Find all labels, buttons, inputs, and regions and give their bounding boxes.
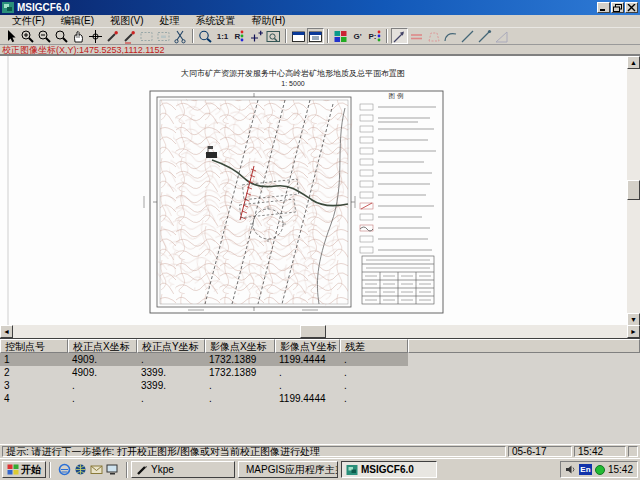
segment-correction-button-1[interactable] [459, 28, 476, 44]
cell-image-y: 1199.4444 [275, 392, 340, 405]
marquee-button-2[interactable] [155, 28, 172, 44]
table-row[interactable]: 1 4909. . 1732.1389 1199.4444 . [0, 353, 408, 366]
header-residual[interactable]: 残差 [340, 339, 408, 353]
marquee-icon [139, 29, 154, 44]
edit-point-button-1[interactable] [104, 28, 121, 44]
select-tool-button[interactable] [2, 28, 19, 44]
pan-tool-button[interactable] [70, 28, 87, 44]
image-mode-button[interactable] [332, 28, 349, 44]
menu-system-settings[interactable]: 系统设置 [187, 14, 243, 28]
scroll-left-icon[interactable]: ◄ [0, 325, 13, 338]
one-to-one-button[interactable]: 1:1 [214, 28, 231, 44]
edit-point-button-2[interactable] [121, 28, 138, 44]
table-row[interactable]: 2 4909. 3399. 1732.1389 . . [0, 366, 408, 379]
close-icon [627, 4, 636, 12]
speaker-icon[interactable] [565, 464, 576, 475]
tray-clock[interactable]: 15:42 [608, 464, 633, 475]
menu-file[interactable]: 文件(F) [4, 14, 53, 28]
show-desktop-icon[interactable] [106, 463, 119, 476]
vertical-scroll-thumb[interactable] [627, 180, 640, 200]
line-correction-button[interactable] [391, 28, 408, 44]
line-arrow-icon [392, 29, 407, 44]
status-bar: 提示: 请进行下一步操作: 打开校正图形/图像或对当前校正图像进行处理 05-6… [0, 444, 640, 458]
minimize-button[interactable] [597, 2, 610, 13]
palette-mode-button[interactable]: P: [366, 28, 383, 44]
header-image-x[interactable]: 影像点X坐标 [205, 339, 275, 353]
cell-point-number: 1 [0, 353, 68, 366]
palette-mode-label: P: [369, 32, 377, 41]
hline-correction-button[interactable] [408, 28, 425, 44]
msigcf-icon [346, 464, 358, 476]
start-button[interactable]: 开始 [2, 461, 46, 478]
select-arrow-icon [3, 29, 18, 44]
segment-correction-button-2[interactable] [476, 28, 493, 44]
triangle-correction-button[interactable] [493, 28, 510, 44]
task-button-msigcf[interactable]: MSIGCF6.0 [341, 461, 437, 478]
table-row[interactable]: 3 . 3399. . . . [0, 379, 408, 392]
polygon-correction-button[interactable] [425, 28, 442, 44]
restore-button[interactable] [611, 2, 624, 13]
rgb-display-button[interactable]: R [231, 28, 248, 44]
cut-button[interactable] [172, 28, 189, 44]
cell-point-number: 3 [0, 379, 68, 392]
pen-task-icon [136, 464, 148, 476]
menu-edit[interactable]: 编辑(E) [53, 14, 102, 28]
app-icon [2, 2, 14, 13]
add-control-point-button[interactable] [248, 28, 265, 44]
map-scale-label: 1: 5000 [281, 80, 304, 87]
gray-mode-label: G' [353, 32, 361, 41]
scissors-icon [173, 29, 188, 44]
close-button[interactable] [625, 2, 638, 13]
zoom-out-button[interactable] [36, 28, 53, 44]
move-tool-button[interactable] [87, 28, 104, 44]
task-button-mapgis-menu[interactable]: MAPGIS应用程序主菜单 [238, 461, 338, 478]
cell-image-y: . [275, 366, 340, 379]
menu-view[interactable]: 视图(V) [102, 14, 151, 28]
cell-image-x: . [205, 392, 275, 405]
image-window-button-1[interactable] [290, 28, 307, 44]
cell-image-x: 1732.1389 [205, 366, 275, 379]
toolbar-separator [386, 29, 388, 43]
internet-explorer-icon[interactable] [58, 463, 71, 476]
menu-process[interactable]: 处理 [151, 14, 187, 28]
horizontal-scroll-thumb[interactable] [300, 325, 326, 338]
contour-lines [155, 98, 353, 306]
status-date: 05-6-17 [508, 446, 572, 457]
table-row[interactable]: 4 . . . 1199.4444 . [0, 392, 408, 405]
cell-correct-x: 4909. [68, 353, 137, 366]
input-method-indicator[interactable]: En [579, 464, 592, 475]
zoom-in-button[interactable] [19, 28, 36, 44]
red-polygon-icon [426, 29, 441, 44]
menu-help[interactable]: 帮助(H) [243, 14, 293, 28]
red-lines-icon [409, 29, 424, 44]
map-canvas[interactable]: 大同市矿产资源开发服务中心高岭岩矿地形地质及总平面布置图 1: 5000 [0, 55, 640, 325]
header-correct-x[interactable]: 校正点X坐标 [68, 339, 137, 353]
header-correct-y[interactable]: 校正点Y坐标 [137, 339, 205, 353]
image-window-button-2[interactable] [307, 28, 324, 44]
curve-correction-button[interactable] [442, 28, 459, 44]
scanned-map-document[interactable]: 大同市矿产资源开发服务中心高岭岩矿地形地质及总平面布置图 1: 5000 [0, 56, 627, 326]
marquee-button-1[interactable] [138, 28, 155, 44]
status-ball-icon[interactable] [595, 465, 605, 475]
scroll-right-icon[interactable]: ► [627, 325, 640, 338]
magnifier-icon [54, 29, 69, 44]
system-tray: En 15:42 [560, 461, 638, 478]
title-bar[interactable]: MSIGCF6.0 [0, 0, 640, 15]
coordinate-readout-bar: 校正图像坐标(X,Y):1475.5253,1112.1152 [0, 45, 640, 55]
preview-window-button[interactable] [265, 28, 282, 44]
cell-residual: . [340, 379, 408, 392]
task-button-ykpe[interactable]: Ykpe [131, 461, 235, 478]
magnifier-button[interactable] [53, 28, 70, 44]
header-image-y[interactable]: 影像点Y坐标 [275, 339, 340, 353]
window-split-icon [308, 29, 323, 44]
horizontal-scrollbar[interactable]: ◄ ► [0, 325, 640, 338]
restore-icon [613, 4, 622, 12]
gray-mode-button[interactable]: G' [349, 28, 366, 44]
vertical-scrollbar[interactable]: ▲ ▼ [627, 56, 640, 326]
cell-correct-y: 3399. [137, 379, 205, 392]
mail-icon[interactable] [90, 463, 103, 476]
zoom-area-button[interactable] [197, 28, 214, 44]
globe-icon[interactable] [74, 463, 87, 476]
header-point-number[interactable]: 控制点号 [0, 339, 68, 353]
scroll-up-icon[interactable]: ▲ [627, 56, 640, 69]
